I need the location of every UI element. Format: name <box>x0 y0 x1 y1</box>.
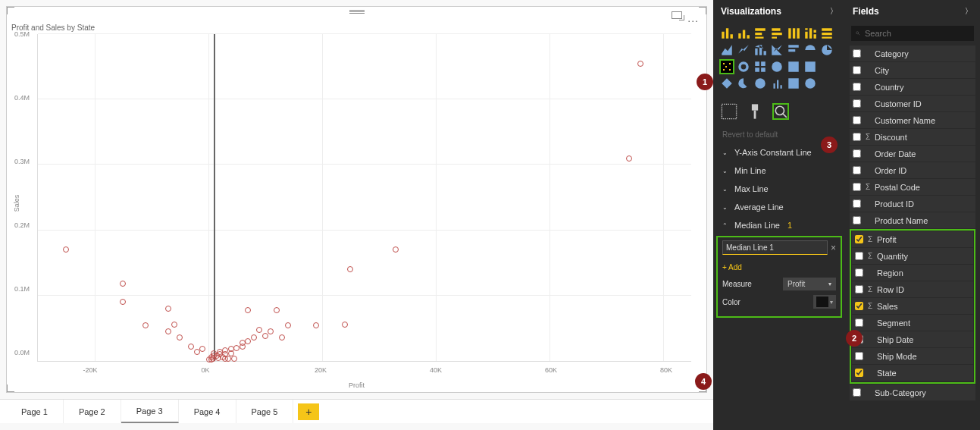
field-checkbox[interactable] <box>853 116 861 124</box>
drag-handle-icon[interactable] <box>349 10 365 14</box>
data-point[interactable] <box>626 155 632 162</box>
matrix-icon[interactable] <box>786 59 801 74</box>
tab-page-1[interactable]: Page 1 <box>6 400 64 423</box>
field-sub-category[interactable]: Sub-Category <box>850 384 975 400</box>
field-checkbox[interactable] <box>855 235 863 243</box>
viz-panel-header[interactable]: Visualizations 〉 <box>713 0 845 23</box>
fields-mode-icon[interactable] <box>721 103 737 120</box>
field-city[interactable]: City <box>850 62 975 78</box>
field-checkbox[interactable] <box>853 49 861 58</box>
field-quantity[interactable]: ΣQuantity <box>852 248 973 264</box>
column-icon[interactable] <box>786 26 801 41</box>
field-checkbox[interactable] <box>853 199 861 208</box>
field-checkbox[interactable] <box>855 352 863 360</box>
field-checkbox[interactable] <box>855 268 863 277</box>
field-region[interactable]: Region <box>852 265 973 281</box>
data-point[interactable] <box>142 322 149 328</box>
data-point[interactable] <box>245 338 251 344</box>
field-sales[interactable]: ΣSales <box>852 298 973 314</box>
combo-icon[interactable] <box>753 42 768 58</box>
field-category[interactable]: Category <box>850 46 975 61</box>
data-point[interactable] <box>245 307 251 313</box>
data-point[interactable] <box>199 346 205 352</box>
data-point[interactable] <box>279 334 285 341</box>
card-icon[interactable] <box>786 76 801 91</box>
data-point[interactable] <box>347 266 353 272</box>
data-point[interactable] <box>231 356 237 362</box>
globe-icon[interactable] <box>769 59 784 74</box>
data-point[interactable] <box>165 306 171 312</box>
data-point[interactable] <box>256 327 262 333</box>
data-point[interactable] <box>177 334 183 341</box>
field-checkbox[interactable] <box>853 183 861 191</box>
field-ship-mode[interactable]: Ship Mode <box>852 348 973 364</box>
data-point[interactable] <box>268 328 274 334</box>
field-checkbox[interactable] <box>853 149 861 158</box>
data-point[interactable] <box>63 246 69 253</box>
table-icon[interactable] <box>803 59 818 74</box>
field-product-id[interactable]: Product ID <box>850 196 975 212</box>
field-profit[interactable]: ΣProfit <box>852 231 973 247</box>
data-point[interactable] <box>222 356 228 362</box>
kpi-icon[interactable] <box>769 76 784 91</box>
field-checkbox[interactable] <box>855 252 863 260</box>
data-point[interactable] <box>208 356 214 363</box>
fields-search[interactable] <box>851 26 974 41</box>
h-100-icon[interactable] <box>819 26 834 41</box>
donut2-icon[interactable] <box>753 76 768 91</box>
field-state[interactable]: State <box>852 365 973 381</box>
tab-page-5[interactable]: Page 5 <box>236 400 294 423</box>
field-country[interactable]: Country <box>850 79 975 95</box>
line-chart-icon[interactable] <box>769 42 784 58</box>
line-icon[interactable] <box>736 42 751 58</box>
field-order-id[interactable]: Order ID <box>850 162 975 178</box>
format-mode-icon[interactable] <box>747 103 763 120</box>
field-postal-code[interactable]: ΣPostal Code <box>850 179 975 195</box>
data-point[interactable] <box>251 334 257 341</box>
data-point[interactable] <box>120 281 126 287</box>
measure-select[interactable]: Profit▾ <box>783 278 836 290</box>
data-point[interactable] <box>240 344 246 350</box>
pie-icon[interactable] <box>803 42 818 58</box>
fields-panel-header[interactable]: Fields 〉 <box>845 0 980 23</box>
tab-page-3[interactable]: Page 3 <box>121 400 179 423</box>
data-point[interactable] <box>285 322 291 328</box>
field-checkbox[interactable] <box>855 302 863 310</box>
field-customer-id[interactable]: Customer ID <box>850 96 975 111</box>
median-line-name-input[interactable] <box>722 240 828 255</box>
tab-page-4[interactable]: Page 4 <box>179 400 236 423</box>
field-checkbox[interactable] <box>853 66 861 74</box>
add-line-button[interactable]: + Add <box>722 263 742 271</box>
data-point[interactable] <box>165 328 171 334</box>
data-point[interactable] <box>215 355 221 361</box>
fields-search-input[interactable] <box>865 29 969 38</box>
data-point[interactable] <box>194 349 200 355</box>
more-icon[interactable] <box>819 76 834 91</box>
field-ship-date[interactable]: Ship Date <box>852 331 973 347</box>
data-point[interactable] <box>637 61 643 67</box>
donut-icon[interactable] <box>819 42 834 58</box>
field-checkbox[interactable] <box>855 369 863 377</box>
tab-page-2[interactable]: Page 2 <box>64 400 121 423</box>
multirow-icon[interactable] <box>819 59 834 74</box>
gauge-icon[interactable] <box>736 76 751 91</box>
data-point[interactable] <box>120 299 126 305</box>
min-line[interactable]: ⌄Min Line <box>713 162 845 180</box>
field-checkbox[interactable] <box>853 388 861 397</box>
focus-mode-icon[interactable] <box>672 11 682 19</box>
max-line[interactable]: ⌄Max Line <box>713 180 845 198</box>
field-discount[interactable]: ΣDiscount <box>850 129 975 145</box>
field-row-id[interactable]: ΣRow ID <box>852 281 973 297</box>
ribbon-icon[interactable] <box>786 42 801 58</box>
field-checkbox[interactable] <box>855 319 863 327</box>
data-point[interactable] <box>342 322 348 328</box>
data-point[interactable] <box>393 246 399 253</box>
data-point[interactable] <box>233 345 240 351</box>
more-options-icon[interactable]: ··· <box>687 14 699 27</box>
remove-line-button[interactable]: × <box>831 243 836 253</box>
h-bar-icon[interactable] <box>753 26 768 41</box>
100-stacked-icon[interactable] <box>803 26 818 41</box>
stacked-bar-icon[interactable] <box>719 26 734 41</box>
field-checkbox[interactable] <box>853 99 861 108</box>
chart-visual[interactable]: ··· Profit and Sales by State Sales Prof… <box>6 6 707 393</box>
